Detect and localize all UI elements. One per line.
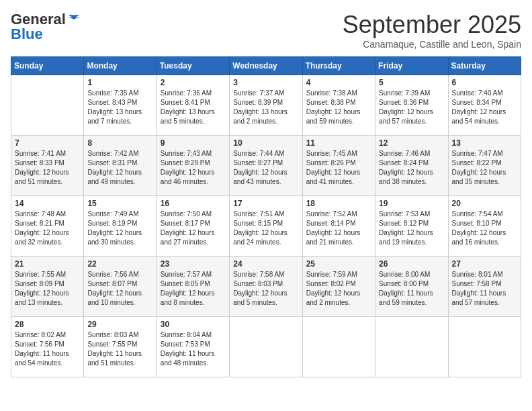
day-number: 8 (87, 138, 152, 148)
day-number: 18 (306, 199, 371, 208)
day-number: 26 (379, 259, 444, 269)
weekday-header-row: SundayMondayTuesdayWednesdayThursdayFrid… (11, 57, 521, 75)
calendar-cell: 2Sunrise: 7:36 AMSunset: 8:41 PMDaylight… (157, 75, 229, 136)
calendar-cell: 14Sunrise: 7:48 AMSunset: 8:21 PMDayligh… (11, 196, 84, 257)
calendar-cell: 13Sunrise: 7:47 AMSunset: 8:22 PMDayligh… (448, 136, 521, 196)
calendar-cell: 22Sunrise: 7:56 AMSunset: 8:07 PMDayligh… (84, 257, 157, 317)
calendar-cell: 19Sunrise: 7:53 AMSunset: 8:12 PMDayligh… (375, 196, 448, 257)
day-info: Sunrise: 7:41 AMSunset: 8:33 PMDaylight:… (15, 149, 80, 187)
calendar-cell (302, 317, 375, 377)
day-number: 27 (452, 259, 517, 269)
day-info: Sunrise: 8:00 AMSunset: 8:00 PMDaylight:… (379, 270, 444, 308)
day-info: Sunrise: 7:47 AMSunset: 8:22 PMDaylight:… (452, 149, 517, 187)
day-info: Sunrise: 7:55 AMSunset: 8:09 PMDaylight:… (15, 270, 80, 308)
day-info: Sunrise: 7:53 AMSunset: 8:12 PMDaylight:… (379, 210, 444, 247)
calendar-cell: 26Sunrise: 8:00 AMSunset: 8:00 PMDayligh… (375, 257, 448, 317)
day-info: Sunrise: 7:51 AMSunset: 8:15 PMDaylight:… (233, 210, 298, 247)
calendar-cell: 28Sunrise: 8:02 AMSunset: 7:56 PMDayligh… (11, 317, 84, 377)
calendar-cell: 11Sunrise: 7:45 AMSunset: 8:26 PMDayligh… (302, 136, 375, 196)
day-number: 17 (233, 199, 298, 208)
weekday-header-saturday: Saturday (448, 57, 521, 75)
calendar-cell: 18Sunrise: 7:52 AMSunset: 8:14 PMDayligh… (302, 196, 375, 257)
day-number: 21 (15, 259, 80, 269)
day-number: 2 (161, 78, 226, 87)
calendar-cell: 10Sunrise: 7:44 AMSunset: 8:27 PMDayligh… (230, 136, 302, 196)
day-info: Sunrise: 7:40 AMSunset: 8:34 PMDaylight:… (452, 89, 517, 126)
day-info: Sunrise: 7:38 AMSunset: 8:38 PMDaylight:… (306, 89, 371, 126)
location-subtitle: Canamaque, Castille and Leon, Spain (343, 39, 521, 50)
day-number: 25 (306, 259, 371, 269)
day-info: Sunrise: 7:46 AMSunset: 8:24 PMDaylight:… (379, 149, 444, 187)
calendar-cell: 12Sunrise: 7:46 AMSunset: 8:24 PMDayligh… (375, 136, 448, 196)
calendar-week-row: 1Sunrise: 7:35 AMSunset: 8:43 PMDaylight… (11, 75, 521, 136)
calendar-cell (375, 317, 448, 377)
day-info: Sunrise: 7:57 AMSunset: 8:05 PMDaylight:… (161, 270, 226, 308)
calendar-cell: 23Sunrise: 7:57 AMSunset: 8:05 PMDayligh… (157, 257, 229, 317)
day-info: Sunrise: 7:56 AMSunset: 8:07 PMDaylight:… (87, 270, 152, 308)
calendar-week-row: 14Sunrise: 7:48 AMSunset: 8:21 PMDayligh… (11, 196, 521, 257)
day-number: 30 (161, 320, 226, 329)
day-number: 19 (379, 199, 444, 208)
day-info: Sunrise: 7:50 AMSunset: 8:17 PMDaylight:… (161, 210, 226, 247)
calendar-cell: 27Sunrise: 8:01 AMSunset: 7:58 PMDayligh… (448, 257, 521, 317)
weekday-header-wednesday: Wednesday (230, 57, 302, 75)
calendar-cell: 8Sunrise: 7:42 AMSunset: 8:31 PMDaylight… (84, 136, 157, 196)
day-info: Sunrise: 7:43 AMSunset: 8:29 PMDaylight:… (161, 149, 226, 187)
day-number: 5 (379, 78, 444, 87)
day-number: 7 (15, 138, 80, 148)
day-info: Sunrise: 8:04 AMSunset: 7:53 PMDaylight:… (161, 330, 226, 368)
day-number: 1 (87, 78, 152, 87)
weekday-header-friday: Friday (375, 57, 448, 75)
calendar-cell: 9Sunrise: 7:43 AMSunset: 8:29 PMDaylight… (157, 136, 229, 196)
day-info: Sunrise: 7:59 AMSunset: 8:02 PMDaylight:… (306, 270, 371, 308)
calendar-week-row: 7Sunrise: 7:41 AMSunset: 8:33 PMDaylight… (11, 136, 521, 196)
weekday-header-thursday: Thursday (302, 57, 375, 75)
logo-bird-icon (67, 14, 81, 25)
day-info: Sunrise: 7:44 AMSunset: 8:27 PMDaylight:… (233, 149, 298, 187)
day-info: Sunrise: 7:58 AMSunset: 8:03 PMDaylight:… (233, 270, 298, 308)
logo-blue: Blue (11, 26, 43, 43)
month-title: September 2025 (343, 11, 521, 39)
day-number: 28 (15, 320, 80, 329)
weekday-header-sunday: Sunday (11, 57, 84, 75)
weekday-header-monday: Monday (84, 57, 157, 75)
day-info: Sunrise: 7:36 AMSunset: 8:41 PMDaylight:… (161, 89, 226, 126)
calendar-cell: 6Sunrise: 7:40 AMSunset: 8:34 PMDaylight… (448, 75, 521, 136)
calendar-cell (11, 75, 84, 136)
calendar-cell: 30Sunrise: 8:04 AMSunset: 7:53 PMDayligh… (157, 317, 229, 377)
calendar-week-row: 21Sunrise: 7:55 AMSunset: 8:09 PMDayligh… (11, 257, 521, 317)
calendar-cell: 29Sunrise: 8:03 AMSunset: 7:55 PMDayligh… (84, 317, 157, 377)
day-number: 6 (452, 78, 517, 87)
day-info: Sunrise: 8:02 AMSunset: 7:56 PMDaylight:… (15, 330, 80, 368)
calendar-cell: 3Sunrise: 7:37 AMSunset: 8:39 PMDaylight… (230, 75, 302, 136)
page-header: General Blue September 2025 Canamaque, C… (11, 11, 521, 50)
day-info: Sunrise: 7:45 AMSunset: 8:26 PMDaylight:… (306, 149, 371, 187)
day-number: 11 (306, 138, 371, 148)
day-info: Sunrise: 7:54 AMSunset: 8:10 PMDaylight:… (452, 210, 517, 247)
day-number: 3 (233, 78, 298, 87)
day-info: Sunrise: 8:01 AMSunset: 7:58 PMDaylight:… (452, 270, 517, 308)
day-number: 10 (233, 138, 298, 148)
calendar-cell: 24Sunrise: 7:58 AMSunset: 8:03 PMDayligh… (230, 257, 302, 317)
day-info: Sunrise: 7:48 AMSunset: 8:21 PMDaylight:… (15, 210, 80, 247)
day-number: 12 (379, 138, 444, 148)
day-info: Sunrise: 7:42 AMSunset: 8:31 PMDaylight:… (87, 149, 152, 187)
calendar-cell: 1Sunrise: 7:35 AMSunset: 8:43 PMDaylight… (84, 75, 157, 136)
day-info: Sunrise: 7:52 AMSunset: 8:14 PMDaylight:… (306, 210, 371, 247)
day-info: Sunrise: 7:39 AMSunset: 8:36 PMDaylight:… (379, 89, 444, 126)
day-number: 4 (306, 78, 371, 87)
calendar-cell: 16Sunrise: 7:50 AMSunset: 8:17 PMDayligh… (157, 196, 229, 257)
day-info: Sunrise: 8:03 AMSunset: 7:55 PMDaylight:… (87, 330, 152, 368)
calendar-cell: 21Sunrise: 7:55 AMSunset: 8:09 PMDayligh… (11, 257, 84, 317)
calendar-cell: 17Sunrise: 7:51 AMSunset: 8:15 PMDayligh… (230, 196, 302, 257)
day-number: 20 (452, 199, 517, 208)
day-number: 15 (87, 199, 152, 208)
calendar-cell: 20Sunrise: 7:54 AMSunset: 8:10 PMDayligh… (448, 196, 521, 257)
day-number: 22 (87, 259, 152, 269)
logo: General Blue (11, 11, 81, 43)
calendar-week-row: 28Sunrise: 8:02 AMSunset: 7:56 PMDayligh… (11, 317, 521, 377)
day-number: 14 (15, 199, 80, 208)
day-number: 23 (161, 259, 226, 269)
day-number: 16 (161, 199, 226, 208)
calendar-table: SundayMondayTuesdayWednesdayThursdayFrid… (11, 56, 521, 377)
